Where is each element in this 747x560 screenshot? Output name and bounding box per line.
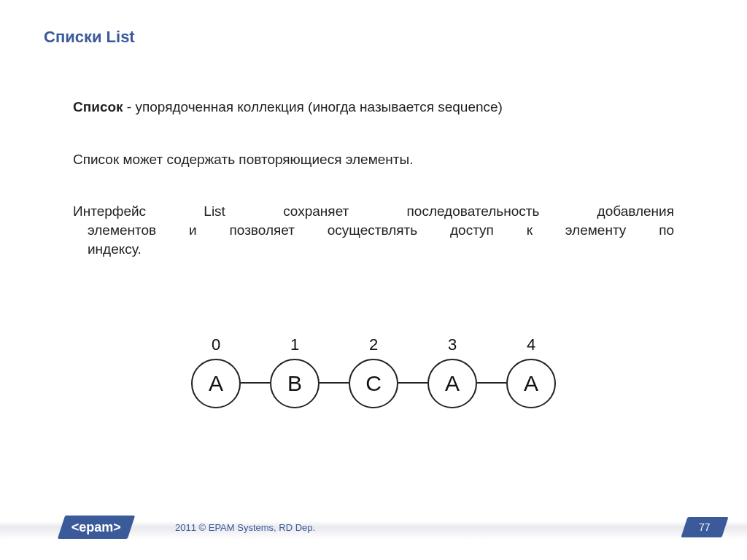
slide-title: Списки List	[44, 28, 703, 47]
paragraph-2: Список может содержать повторяющиеся эле…	[73, 150, 674, 169]
list-node: 2 C	[349, 335, 398, 408]
list-node: 4 A	[506, 335, 556, 408]
node-link	[398, 382, 427, 384]
node-index: 1	[290, 335, 299, 354]
node-circle: B	[270, 359, 320, 408]
page-number-badge: 77	[681, 517, 729, 537]
node-circle: C	[349, 359, 398, 408]
node-index: 0	[212, 335, 220, 354]
node-circle: A	[191, 359, 241, 408]
para3-line1: Интерфейс List сохраняет последовательно…	[73, 202, 674, 221]
para1-rest: - упорядоченная коллекция (иногда называ…	[123, 99, 503, 114]
node-link	[241, 382, 270, 384]
para3-line2: элементов и позволяет осуществлять досту…	[73, 221, 674, 240]
page-number-wrap: 77	[684, 515, 725, 540]
copyright-text: 2011 © EPAM Systems, RD Dep.	[175, 522, 315, 533]
slide-content: Список - упорядоченная коллекция (иногда…	[44, 98, 703, 258]
node-index: 3	[448, 335, 457, 354]
page-number: 77	[699, 521, 711, 533]
node-link	[477, 382, 506, 384]
list-node: 1 B	[270, 335, 320, 408]
footer: <epam> 2011 © EPAM Systems, RD Dep. 77	[0, 515, 747, 540]
list-diagram: 0 A 1 B 2 C 3 A 4 A	[0, 335, 747, 408]
paragraph-1: Список - упорядоченная коллекция (иногда…	[73, 98, 674, 117]
list-node: 0 A	[191, 335, 241, 408]
logo-text: <epam>	[71, 520, 121, 535]
node-circle: A	[506, 359, 556, 408]
list-node: 3 A	[427, 335, 477, 408]
slide: Списки List Список - упорядоченная колле…	[0, 0, 747, 560]
paragraph-3: Интерфейс List сохраняет последовательно…	[73, 202, 674, 258]
epam-logo: <epam>	[58, 516, 135, 539]
node-circle: A	[427, 359, 477, 408]
node-index: 2	[369, 335, 378, 354]
logo-wrap: <epam>	[61, 515, 131, 540]
para1-term: Список	[73, 99, 123, 114]
node-link	[320, 382, 349, 384]
node-index: 4	[527, 335, 535, 354]
para3-line3: индексу.	[73, 240, 674, 259]
node-row: 0 A 1 B 2 C 3 A 4 A	[191, 335, 556, 408]
